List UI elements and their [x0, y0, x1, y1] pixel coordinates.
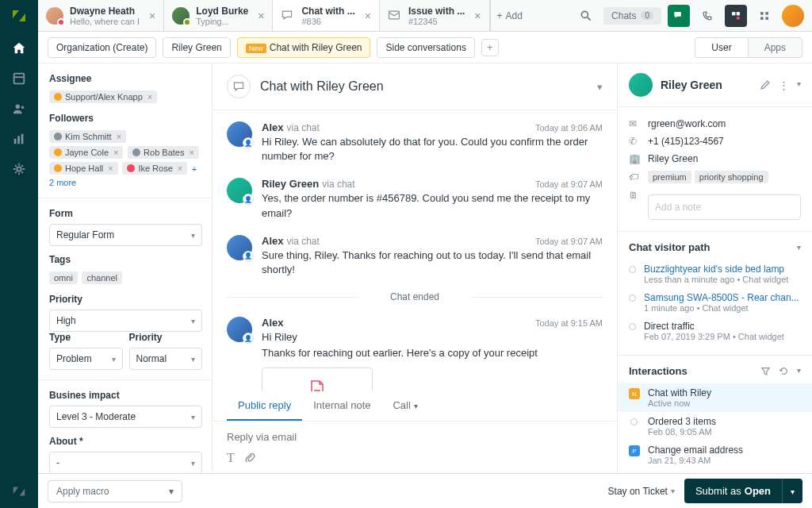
remove-icon[interactable]: ×	[189, 148, 193, 157]
type-select[interactable]: Problem▾	[49, 348, 123, 370]
tab-dwayne[interactable]: Dwayne HeathHello, where can I ×	[38, 0, 164, 31]
edit-icon[interactable]	[760, 79, 771, 91]
remove-icon[interactable]: ×	[178, 164, 182, 173]
contact-org[interactable]: Riley Green	[648, 153, 698, 164]
chevron-down-icon[interactable]: ▾	[797, 243, 801, 252]
tab-issue[interactable]: Issue with ...#12345 ×	[380, 0, 490, 31]
add-subtab-button[interactable]: +	[481, 39, 499, 56]
admin-icon[interactable]	[12, 162, 26, 176]
reporting-icon[interactable]	[12, 132, 26, 146]
priority2-select[interactable]: Normal▾	[129, 348, 203, 370]
svg-point-2	[16, 105, 20, 109]
contact-email[interactable]: rgreen@work.com	[648, 118, 726, 129]
interaction-item[interactable]: NChat with RileyActive now	[618, 383, 812, 412]
phone-icon: ✆	[629, 136, 640, 147]
tab-title: Loyd Burke	[196, 6, 248, 17]
message-text: Hi Riley. We can absolutely do that for …	[262, 135, 603, 164]
follower-pill[interactable]: Ike Rose×	[122, 162, 187, 175]
reply-input[interactable]	[227, 428, 603, 446]
svg-rect-15	[765, 12, 768, 15]
zendesk-icon[interactable]	[12, 484, 26, 498]
brand-logo[interactable]	[10, 6, 29, 25]
call-tab[interactable]: Call ▾	[381, 391, 428, 421]
contact-tag[interactable]: premium	[648, 171, 691, 183]
subtab-chat[interactable]: NewChat with Riley Green	[237, 37, 371, 58]
form-select[interactable]: Regular Form▾	[49, 224, 202, 246]
chats-pill[interactable]: Chats0	[603, 7, 661, 25]
close-icon[interactable]: ×	[149, 10, 155, 22]
conversations-icon[interactable]	[668, 5, 690, 27]
status-dot-icon	[630, 418, 638, 425]
subtab-side[interactable]: Side conversations	[377, 37, 474, 58]
refresh-icon[interactable]	[779, 366, 789, 376]
sender-name: Alex	[262, 317, 283, 329]
biz-select[interactable]: Level 3 - Moderate▾	[49, 406, 202, 428]
stay-on-ticket[interactable]: Stay on Ticket▾	[608, 486, 675, 497]
svg-rect-6	[21, 134, 24, 144]
more-icon[interactable]: ⋮	[779, 79, 789, 91]
note-input[interactable]: Add a note	[648, 194, 801, 220]
apps-icon[interactable]	[753, 5, 776, 27]
contact-tag[interactable]: priority shopping	[695, 171, 768, 183]
internal-note-tab[interactable]: Internal note	[302, 391, 381, 421]
svg-rect-8	[389, 11, 400, 19]
remove-icon[interactable]: ×	[117, 132, 121, 141]
timeline-dot-icon	[629, 323, 636, 330]
interaction-item[interactable]: PChange email addressJan 21, 9:43 AM	[629, 441, 801, 469]
interactions-section: Interactions▾ NChat with RileyActive now…	[618, 356, 812, 473]
public-reply-tab[interactable]: Public reply	[227, 391, 302, 421]
close-icon[interactable]: ×	[365, 10, 371, 22]
customers-icon[interactable]	[12, 102, 26, 116]
notifications-icon[interactable]	[725, 5, 747, 27]
contact-phone[interactable]: +1 (415)123-4567	[648, 136, 724, 147]
subtab-org[interactable]: Organization (Create)	[48, 37, 156, 58]
tab-chat[interactable]: Chat with ...#836 ×	[273, 0, 380, 31]
follower-pill[interactable]: Rob Bates×	[128, 146, 199, 159]
attachment[interactable]: Order #456789PDF	[262, 368, 373, 392]
chevron-down-icon[interactable]: ▾	[797, 79, 801, 91]
submit-dropdown[interactable]: ▾	[782, 479, 802, 503]
priority-select[interactable]: High▾	[49, 310, 202, 332]
message: 👤 Alexvia chatToday at 9:06 AM Hi Riley.…	[227, 121, 603, 164]
path-item[interactable]: Buzzlightyear kid's side bed lampLess th…	[629, 260, 801, 288]
text-format-icon[interactable]: T	[227, 451, 235, 465]
profile-avatar[interactable]	[782, 5, 804, 27]
remove-icon[interactable]: ×	[113, 148, 118, 157]
submit-button[interactable]: Submit as Open	[684, 479, 782, 503]
subtab-riley[interactable]: Riley Green	[163, 37, 230, 58]
chevron-down-icon[interactable]: ▾	[597, 81, 603, 93]
tag-pill[interactable]: omni	[49, 271, 78, 284]
message-text: Sure thing, Riley. Thanks for reaching o…	[262, 248, 603, 277]
assignee-pill[interactable]: Support/Alex Knapp×	[49, 90, 157, 103]
sender-name: Alex	[262, 235, 283, 247]
chat-icon	[281, 9, 295, 23]
chevron-down-icon[interactable]: ▾	[797, 366, 801, 376]
remove-icon[interactable]: ×	[147, 92, 152, 102]
toggle-user[interactable]: User	[695, 37, 747, 58]
home-icon[interactable]	[12, 41, 26, 56]
remove-icon[interactable]: ×	[108, 164, 113, 173]
chevron-down-icon: ▾	[191, 231, 195, 240]
context-tabs: Organization (Create) Riley Green NewCha…	[38, 32, 812, 64]
path-item[interactable]: Direct trafficFeb 07, 2019 3:29 PM • Cha…	[629, 317, 801, 345]
path-item[interactable]: Samsung SWA-8500S - Rear chan...1 minute…	[629, 288, 801, 317]
views-icon[interactable]	[12, 71, 26, 86]
search-icon[interactable]	[575, 5, 597, 27]
follower-pill[interactable]: Kim Schmitt×	[49, 130, 126, 143]
macro-select[interactable]: Apply macro▾	[48, 480, 182, 502]
about-select[interactable]: -▾	[49, 452, 202, 473]
close-icon[interactable]: ×	[258, 10, 264, 22]
interaction-item[interactable]: Ordered 3 itemsFeb 08, 9:05 AM	[629, 412, 801, 441]
follower-pill[interactable]: Jayne Cole×	[49, 146, 123, 159]
add-tab-button[interactable]: + Add	[490, 0, 529, 31]
follower-pill[interactable]: Hope Hall×	[49, 162, 118, 175]
attach-icon[interactable]	[244, 451, 255, 465]
top-tabs: Dwayne HeathHello, where can I × Loyd Bu…	[38, 0, 812, 32]
tab-loyd[interactable]: Loyd BurkeTyping... ×	[164, 0, 273, 31]
toggle-apps[interactable]: Apps	[748, 37, 802, 58]
reply-type-tabs: Public reply Internal note Call ▾	[213, 391, 617, 421]
filter-icon[interactable]	[760, 366, 771, 376]
close-icon[interactable]: ×	[474, 10, 481, 22]
tag-pill[interactable]: channel	[82, 271, 122, 284]
phone-icon[interactable]	[696, 5, 718, 27]
